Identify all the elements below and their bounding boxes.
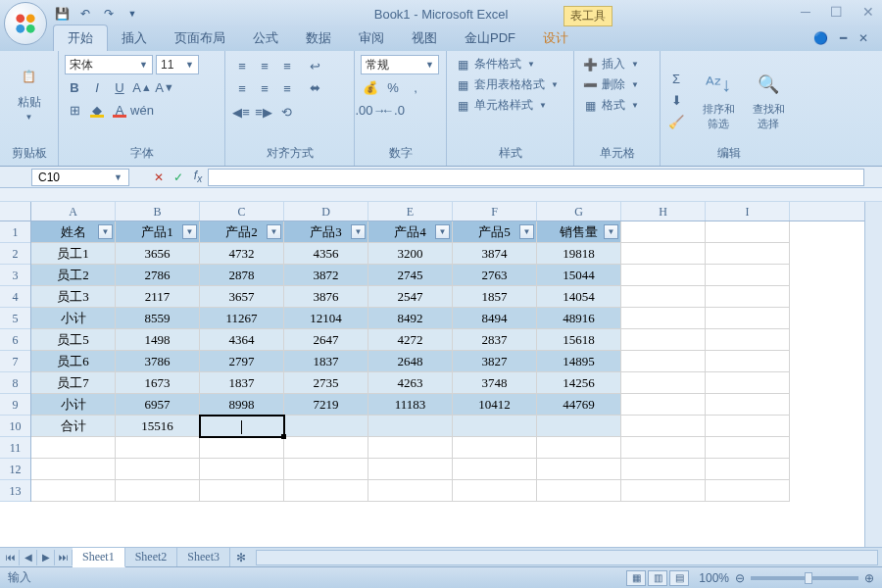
delete-cells-button[interactable]: ➖删除▼ xyxy=(580,75,654,94)
sheet-tab-1[interactable]: Sheet1 xyxy=(73,548,125,567)
increase-decimal[interactable]: .00→ xyxy=(361,100,380,120)
number-format-combo[interactable]: 常规▼ xyxy=(361,55,439,74)
percent-button[interactable]: % xyxy=(383,77,403,97)
row-header-6[interactable]: 6 xyxy=(0,329,30,351)
cell-D1[interactable]: 产品3▼ xyxy=(284,221,368,243)
underline-button[interactable]: U xyxy=(110,77,129,97)
cell-B11[interactable] xyxy=(116,437,200,459)
cell-C3[interactable]: 2878 xyxy=(200,265,284,286)
align-center[interactable]: ≡ xyxy=(254,77,275,99)
vertical-scrollbar[interactable] xyxy=(864,202,882,547)
cell-A1[interactable]: 姓名▼ xyxy=(31,221,116,243)
cell-A4[interactable]: 员工3 xyxy=(31,286,116,308)
cell-D7[interactable]: 1837 xyxy=(284,351,368,372)
cell-F4[interactable]: 1857 xyxy=(453,286,537,308)
cell-G10[interactable] xyxy=(537,416,621,437)
cell-D12[interactable] xyxy=(284,459,368,480)
cell-H7[interactable] xyxy=(621,351,706,372)
tab-review[interactable]: 审阅 xyxy=(345,25,398,51)
cell-B8[interactable]: 1673 xyxy=(116,372,200,394)
cell-B2[interactable]: 3656 xyxy=(116,243,200,265)
cell-G9[interactable]: 44769 xyxy=(537,394,621,416)
cell-B4[interactable]: 2117 xyxy=(116,286,200,308)
column-header-I[interactable]: I xyxy=(706,202,790,220)
sheet-tab-3[interactable]: Sheet3 xyxy=(177,548,230,566)
zoom-out-button[interactable]: ⊖ xyxy=(735,571,745,585)
select-all-corner[interactable] xyxy=(0,202,31,221)
cell-A11[interactable] xyxy=(31,437,116,459)
insert-cells-button[interactable]: ➕插入▼ xyxy=(580,55,654,74)
cell-H4[interactable] xyxy=(621,286,706,308)
cell-A9[interactable]: 小计 xyxy=(31,394,116,416)
fx-icon[interactable]: fx xyxy=(188,169,208,186)
cell-A3[interactable]: 员工2 xyxy=(31,265,116,286)
cell-F2[interactable]: 3874 xyxy=(453,243,537,265)
redo-icon[interactable]: ↷ xyxy=(100,5,118,23)
cell-B3[interactable]: 2786 xyxy=(116,265,200,286)
tab-data[interactable]: 数据 xyxy=(292,25,345,51)
filter-dropdown-A[interactable]: ▼ xyxy=(98,224,113,239)
orientation-button[interactable]: ⟲ xyxy=(276,102,296,122)
cell-I7[interactable] xyxy=(706,351,790,372)
cell-D6[interactable]: 2647 xyxy=(284,329,368,351)
help-icon[interactable]: 🔵 xyxy=(813,31,828,45)
cell-E6[interactable]: 4272 xyxy=(368,329,453,351)
sheet-nav-prev[interactable]: ◀ xyxy=(20,550,37,565)
cell-B12[interactable] xyxy=(116,459,200,480)
tab-design[interactable]: 设计 xyxy=(529,25,582,51)
row-header-3[interactable]: 3 xyxy=(0,265,30,286)
minimize-button[interactable]: ─ xyxy=(801,4,810,20)
increase-indent[interactable]: ≡▶ xyxy=(254,102,273,122)
cell-D11[interactable] xyxy=(284,437,368,459)
cell-I6[interactable] xyxy=(706,329,790,351)
cell-D5[interactable]: 12104 xyxy=(284,308,368,329)
align-left[interactable]: ≡ xyxy=(231,77,253,99)
cell-C4[interactable]: 3657 xyxy=(200,286,284,308)
align-top-right[interactable]: ≡ xyxy=(276,55,298,76)
cell-I9[interactable] xyxy=(706,394,790,416)
row-header-1[interactable]: 1 xyxy=(0,221,30,243)
cell-B1[interactable]: 产品1▼ xyxy=(116,221,200,243)
cell-F13[interactable] xyxy=(453,480,537,502)
sort-filter-button[interactable]: ᴬᶻ↓ 排序和 筛选 xyxy=(695,66,742,134)
sheet-tab-2[interactable]: Sheet2 xyxy=(125,548,178,566)
font-size-combo[interactable]: 11▼ xyxy=(156,55,199,74)
cell-G13[interactable] xyxy=(537,480,621,502)
row-header-10[interactable]: 10 xyxy=(0,416,30,437)
cell-A13[interactable] xyxy=(31,480,116,502)
fill-color-button[interactable]: ◆ xyxy=(87,100,107,120)
zoom-slider[interactable] xyxy=(751,576,858,580)
column-header-F[interactable]: F xyxy=(453,202,537,220)
undo-icon[interactable]: ↶ xyxy=(76,5,94,23)
font-color-button[interactable]: A xyxy=(110,100,129,120)
cell-H8[interactable] xyxy=(621,372,706,394)
enter-icon[interactable]: ✓ xyxy=(169,169,188,186)
cell-E12[interactable] xyxy=(368,459,453,480)
comma-button[interactable]: , xyxy=(406,77,425,97)
phonetic-button[interactable]: wén xyxy=(132,100,152,120)
office-button[interactable] xyxy=(4,2,47,45)
row-header-4[interactable]: 4 xyxy=(0,286,30,308)
cell-H1[interactable] xyxy=(621,221,706,243)
currency-button[interactable]: 💰 xyxy=(361,77,380,97)
cell-H6[interactable] xyxy=(621,329,706,351)
row-header-11[interactable]: 11 xyxy=(0,437,30,459)
cell-F1[interactable]: 产品5▼ xyxy=(453,221,537,243)
cell-F5[interactable]: 8494 xyxy=(453,308,537,329)
cell-A6[interactable]: 员工5 xyxy=(31,329,116,351)
conditional-format-button[interactable]: ▦条件格式▼ xyxy=(453,55,567,74)
cell-I8[interactable] xyxy=(706,372,790,394)
tab-insert[interactable]: 插入 xyxy=(108,25,161,51)
cell-H10[interactable] xyxy=(621,416,706,437)
cell-F10[interactable] xyxy=(453,416,537,437)
name-box[interactable]: C10▼ xyxy=(31,169,129,186)
cell-G8[interactable]: 14256 xyxy=(537,372,621,394)
cell-A8[interactable]: 员工7 xyxy=(31,372,116,394)
cell-I13[interactable] xyxy=(706,480,790,502)
horizontal-scrollbar[interactable] xyxy=(256,550,878,565)
decrease-decimal[interactable]: ←.0 xyxy=(383,100,403,120)
column-header-B[interactable]: B xyxy=(116,202,200,220)
cell-D9[interactable]: 7219 xyxy=(284,394,368,416)
view-normal-button[interactable]: ▦ xyxy=(626,570,646,586)
cells-area[interactable]: 姓名▼产品1▼产品2▼产品3▼产品4▼产品5▼销售量▼员工13656473243… xyxy=(31,221,864,547)
